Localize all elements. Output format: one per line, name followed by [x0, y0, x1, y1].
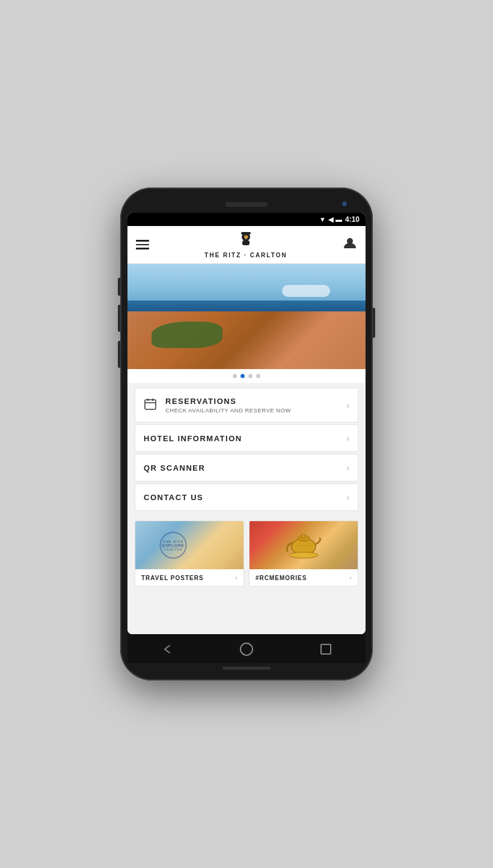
explore-stamp: THE RITZ EXPLORE CARLTON [160, 532, 187, 559]
hamburger-menu-button[interactable] [136, 240, 149, 249]
svg-text:🦁: 🦁 [243, 234, 248, 240]
reservations-content: RESERVATIONS CHECK AVAILABILITY AND RESE… [165, 397, 341, 414]
brand-logo: 🦁 THE RITZ · CARLTON [204, 231, 287, 258]
speaker [225, 202, 268, 207]
menu-item-reservations[interactable]: RESERVATIONS CHECK AVAILABILITY AND RESE… [135, 388, 358, 423]
brand-name: THE RITZ · CARLTON [204, 252, 287, 258]
contact-us-title: CONTACT US [144, 493, 341, 502]
travel-posters-label-text: TRAVEL POSTERS [141, 575, 204, 581]
signal-icon: ◀ [328, 216, 333, 224]
app-header: 🦁 THE RITZ · CARLTON [127, 226, 366, 264]
scroll-content: RESERVATIONS CHECK AVAILABILITY AND RESE… [127, 369, 366, 634]
rcmemories-label-text: #RCMEMORIES [256, 575, 307, 581]
contact-us-content: CONTACT US [144, 493, 341, 502]
phone-bottom-bump [127, 663, 366, 670]
qr-scanner-chevron: › [346, 463, 349, 472]
bottom-microphone-bar [222, 667, 271, 670]
rcmemories-label-area: #RCMEMORIES › [250, 569, 358, 586]
hotel-information-chevron: › [346, 433, 349, 443]
hero-cloud [282, 285, 330, 297]
carousel-dot-3[interactable] [248, 374, 253, 378]
menu-item-contact-us[interactable]: CONTACT US › [135, 483, 358, 511]
volume-down-button [118, 341, 120, 368]
svg-rect-2 [242, 240, 250, 245]
carousel-dots [127, 369, 366, 383]
rcmemories-chevron: › [349, 574, 352, 581]
status-icons: ▼ ◀ ▬ [319, 216, 342, 224]
svg-point-11 [302, 534, 305, 538]
qr-scanner-content: QR SCANNER [144, 463, 341, 472]
time-display: 4:10 [345, 215, 360, 224]
volume-up-button [118, 305, 120, 332]
carousel-dot-4[interactable] [256, 374, 260, 378]
reservations-subtitle: CHECK AVAILABILITY AND RESERVE NOW [165, 407, 341, 414]
calendar-icon [144, 397, 157, 414]
hamburger-line-3 [136, 248, 149, 249]
contact-us-chevron: › [346, 492, 349, 502]
hamburger-line-2 [136, 244, 149, 246]
carousel-dot-2[interactable] [240, 374, 245, 378]
phone-top-bar [127, 198, 366, 213]
card-travel-posters[interactable]: THE RITZ EXPLORE CARLTON TRAVEL POSTERS … [135, 521, 244, 587]
volume-silent-button [118, 278, 120, 296]
cards-section: THE RITZ EXPLORE CARLTON TRAVEL POSTERS … [127, 516, 366, 594]
card-rcmemories[interactable]: #RCMEMORIES › [249, 521, 358, 587]
travel-posters-label-area: TRAVEL POSTERS › [135, 569, 243, 586]
svg-point-13 [289, 552, 318, 558]
menu-section: RESERVATIONS CHECK AVAILABILITY AND RESE… [127, 383, 366, 516]
android-nav-bar [127, 634, 366, 663]
recent-apps-button[interactable] [314, 640, 338, 658]
rcmemories-image [250, 521, 358, 569]
phone-screen: ▼ ◀ ▬ 4:10 🦁 [127, 213, 366, 634]
menu-item-qr-scanner[interactable]: QR SCANNER › [135, 454, 358, 481]
hero-banner [127, 264, 366, 369]
front-camera [341, 201, 348, 207]
battery-icon: ▬ [335, 216, 342, 223]
status-bar: ▼ ◀ ▬ 4:10 [127, 213, 366, 226]
profile-button[interactable] [343, 236, 357, 254]
travel-posters-image: THE RITZ EXPLORE CARLTON [135, 521, 243, 569]
menu-item-hotel-information[interactable]: HOTEL INFORMATION › [135, 424, 358, 452]
hamburger-line-1 [136, 240, 149, 242]
reservations-chevron: › [346, 400, 349, 410]
hero-vegetation [152, 322, 223, 348]
home-circle [240, 643, 253, 656]
reservations-title: RESERVATIONS [165, 397, 341, 406]
lion-icon: 🦁 [236, 231, 256, 251]
recent-square [320, 644, 331, 655]
hotel-information-content: HOTEL INFORMATION [144, 434, 341, 443]
home-button[interactable] [234, 640, 259, 658]
back-button[interactable] [155, 640, 179, 658]
phone-shell: ▼ ◀ ▬ 4:10 🦁 [120, 188, 373, 680]
qr-scanner-title: QR SCANNER [144, 463, 341, 472]
wifi-icon: ▼ [319, 216, 326, 223]
power-button [373, 308, 375, 338]
svg-rect-5 [145, 400, 156, 409]
carousel-dot-1[interactable] [233, 374, 237, 378]
hotel-information-title: HOTEL INFORMATION [144, 434, 341, 443]
travel-posters-chevron: › [235, 574, 237, 581]
